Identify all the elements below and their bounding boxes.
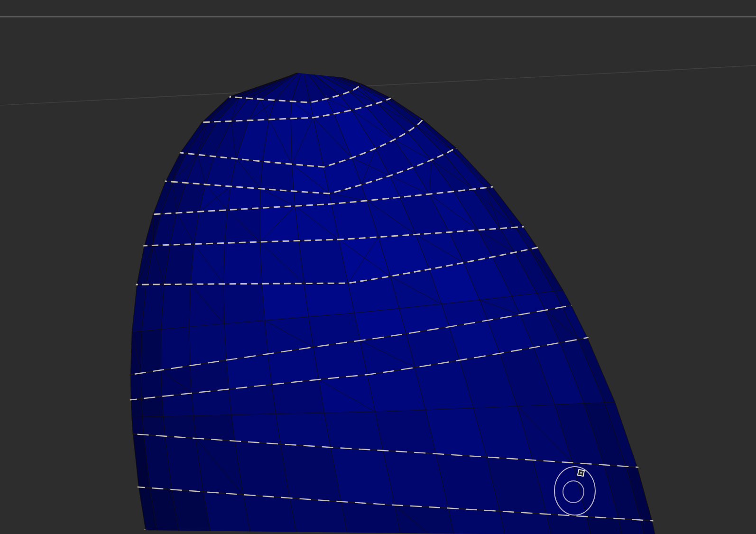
- mesh-face: [161, 366, 192, 396]
- mesh-face: [260, 161, 294, 191]
- mesh-face: [130, 373, 141, 400]
- mesh-face: [229, 385, 276, 415]
- mesh-face: [272, 379, 324, 414]
- mesh-face: [262, 284, 309, 321]
- viewport-3d[interactable]: [0, 0, 756, 534]
- mesh-face: [324, 412, 383, 451]
- mesh-face: [224, 321, 268, 360]
- mesh-face: [191, 243, 225, 285]
- mesh-face: [189, 284, 224, 327]
- mesh-face: [189, 324, 226, 366]
- header-divider: [0, 16, 756, 18]
- scene-svg[interactable]: [0, 0, 756, 534]
- mesh-face: [194, 415, 235, 441]
- mesh-face: [132, 417, 144, 434]
- mesh-face: [141, 330, 161, 373]
- mesh-face: [260, 189, 295, 208]
- mesh-face: [291, 101, 313, 119]
- mesh-face: [276, 413, 331, 447]
- mesh-face: [228, 186, 261, 210]
- mesh-face: [161, 327, 190, 370]
- mesh-face: [225, 208, 260, 243]
- mesh-face: [161, 284, 190, 329]
- mouse-cursor-dot: [581, 472, 582, 474]
- mesh-face: [223, 242, 262, 284]
- mesh-face: [143, 416, 166, 436]
- mesh-face: [231, 414, 280, 444]
- mesh-face: [223, 284, 265, 324]
- mesh-face: [230, 159, 262, 189]
- mesh-face: [141, 370, 162, 398]
- mesh-face: [130, 331, 142, 375]
- mesh-face: [194, 210, 227, 244]
- mesh-face: [142, 396, 164, 417]
- mesh-face: [162, 393, 194, 416]
- mesh-face: [164, 416, 196, 438]
- mesh-face: [304, 283, 354, 317]
- mesh-face: [260, 206, 299, 242]
- mesh-face: [131, 399, 142, 417]
